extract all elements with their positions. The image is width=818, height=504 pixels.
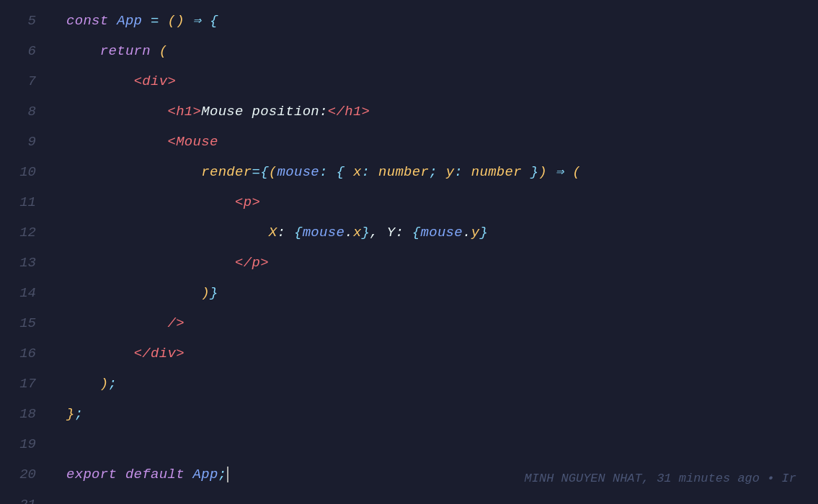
line-number: 7: [0, 66, 49, 96]
token: [66, 134, 167, 150]
token: (: [572, 164, 581, 180]
token: mouse: [303, 225, 345, 240]
code-line: 7 <div>: [0, 66, 818, 96]
token: ;: [429, 164, 445, 180]
token: .: [344, 225, 353, 240]
token: App: [117, 13, 142, 29]
line-content: />: [52, 308, 185, 338]
token: [66, 73, 134, 89]
token: }: [362, 225, 370, 240]
token: App: [193, 467, 218, 482]
token: {: [210, 13, 218, 29]
token: </h1>: [328, 104, 370, 120]
token: ): [538, 164, 547, 180]
token: </div>: [134, 346, 185, 361]
line-content: };: [52, 399, 83, 429]
token: />: [167, 315, 184, 331]
token: :: [277, 225, 294, 240]
line-content: </p>: [52, 248, 269, 278]
line-number: 20: [0, 459, 49, 490]
token: [66, 104, 167, 120]
token: }: [522, 164, 538, 180]
code-line: 21: [0, 490, 818, 504]
token: export: [66, 467, 125, 482]
line-content: <div>: [52, 66, 176, 96]
token: x: [353, 225, 362, 240]
token: [66, 255, 235, 271]
token: }: [66, 406, 75, 422]
token: :: [362, 164, 378, 180]
token: .: [463, 225, 471, 240]
token: =: [142, 13, 167, 29]
code-lines: 5const App = () ⇒ {6 return (7 <div>8 <h…: [0, 0, 818, 504]
token: render: [201, 164, 252, 180]
line-content: render={(mouse: { x: number; y: number }…: [52, 157, 581, 187]
line-number: 11: [0, 187, 49, 217]
code-line: 14 )}: [0, 278, 818, 308]
token: number: [471, 164, 522, 180]
code-line: 9 <Mouse: [0, 127, 818, 157]
token: [66, 346, 134, 361]
line-content: X: {mouse.x}, Y: {mouse.y}: [52, 217, 488, 248]
token: }: [210, 285, 218, 301]
line-content: <h1>Mouse position:</h1>: [52, 96, 370, 127]
code-line: 20MINH NGUYEN NHAT, 31 minutes ago • Ire…: [0, 459, 818, 490]
token: y: [471, 225, 480, 240]
line-number: 16: [0, 338, 49, 369]
token: number: [378, 164, 429, 180]
token: [66, 315, 167, 331]
token: [66, 376, 100, 392]
code-editor: 5const App = () ⇒ {6 return (7 <div>8 <h…: [0, 0, 818, 504]
line-number: 14: [0, 278, 49, 308]
token: (: [269, 164, 277, 180]
token: {: [336, 164, 352, 180]
token: ={: [252, 164, 268, 180]
token: mouse: [277, 164, 320, 180]
token: ): [100, 376, 109, 392]
line-number: 18: [0, 399, 49, 429]
code-line: 19: [0, 429, 818, 459]
token: :: [319, 164, 336, 180]
token: }: [479, 225, 488, 240]
token: const: [66, 13, 117, 29]
token: y: [446, 164, 455, 180]
token: (): [167, 13, 184, 29]
line-number: 12: [0, 217, 49, 248]
token: x: [353, 164, 362, 180]
token: [66, 225, 269, 240]
code-line: 5const App = () ⇒ {: [0, 6, 818, 36]
token: ): [201, 285, 210, 301]
line-content: export default App;: [52, 459, 228, 490]
line-number: 5: [0, 6, 49, 36]
code-line: 16 </div>: [0, 338, 818, 369]
token: ;: [109, 376, 117, 392]
token: {: [412, 225, 421, 240]
token: {: [294, 225, 303, 240]
code-line: 6 return (: [0, 36, 818, 66]
line-number: 17: [0, 369, 49, 399]
line-number: 8: [0, 96, 49, 127]
token: <h1>: [167, 104, 201, 120]
token: mouse: [421, 225, 463, 240]
token: :: [454, 164, 471, 180]
line-content: const App = () ⇒ {: [52, 6, 218, 36]
token: [66, 285, 201, 301]
code-line: 15 />: [0, 308, 818, 338]
line-number: 6: [0, 36, 49, 66]
token: [66, 164, 201, 180]
line-content: );: [52, 369, 117, 399]
code-line: 18};: [0, 399, 818, 429]
token: ;: [218, 467, 227, 482]
token: (: [159, 43, 168, 59]
line-number: 19: [0, 429, 49, 459]
token: <Mouse: [167, 134, 218, 150]
code-line: 13 </p>: [0, 248, 818, 278]
token: ⇒: [185, 13, 210, 29]
token: [66, 194, 235, 210]
line-number: 21: [0, 490, 49, 504]
line-number: 9: [0, 127, 49, 157]
token: </p>: [235, 255, 269, 271]
code-line: 11 <p>: [0, 187, 818, 217]
code-line: 12 X: {mouse.x}, Y: {mouse.y}: [0, 217, 818, 248]
token: , Y:: [370, 225, 412, 240]
